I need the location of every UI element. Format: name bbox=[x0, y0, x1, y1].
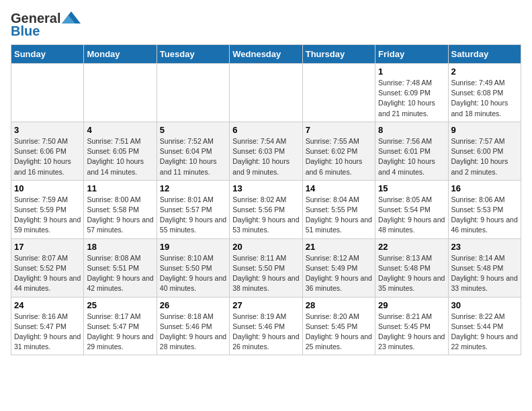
calendar-cell: 13Sunrise: 8:02 AM Sunset: 5:56 PM Dayli… bbox=[230, 180, 302, 238]
day-info: Sunrise: 8:20 AM Sunset: 5:45 PM Dayligh… bbox=[306, 312, 372, 353]
calendar-cell: 18Sunrise: 8:08 AM Sunset: 5:51 PM Dayli… bbox=[84, 238, 157, 297]
calendar-cell: 23Sunrise: 8:14 AM Sunset: 5:48 PM Dayli… bbox=[448, 238, 521, 297]
day-number: 19 bbox=[160, 242, 226, 252]
day-number: 13 bbox=[232, 183, 299, 193]
calendar-cell: 1Sunrise: 7:48 AM Sunset: 6:09 PM Daylig… bbox=[375, 64, 448, 122]
day-number: 12 bbox=[160, 183, 226, 193]
day-number: 6 bbox=[232, 125, 299, 135]
calendar-cell: 2Sunrise: 7:49 AM Sunset: 6:08 PM Daylig… bbox=[448, 64, 521, 122]
day-info: Sunrise: 8:13 AM Sunset: 5:48 PM Dayligh… bbox=[378, 253, 445, 294]
day-info: Sunrise: 8:10 AM Sunset: 5:50 PM Dayligh… bbox=[160, 253, 226, 294]
day-number: 20 bbox=[232, 242, 299, 252]
calendar-cell bbox=[230, 64, 302, 122]
logo: General Blue bbox=[11, 11, 81, 39]
day-number: 1 bbox=[378, 66, 445, 77]
day-number: 21 bbox=[306, 242, 372, 252]
calendar-cell: 27Sunrise: 8:19 AM Sunset: 5:46 PM Dayli… bbox=[230, 297, 302, 355]
day-info: Sunrise: 7:50 AM Sunset: 6:06 PM Dayligh… bbox=[14, 136, 81, 177]
weekday-header-wednesday: Wednesday bbox=[230, 45, 302, 64]
weekday-header-thursday: Thursday bbox=[302, 45, 375, 64]
calendar-cell: 30Sunrise: 8:22 AM Sunset: 5:44 PM Dayli… bbox=[448, 297, 521, 355]
calendar-cell: 24Sunrise: 8:16 AM Sunset: 5:47 PM Dayli… bbox=[11, 297, 84, 355]
calendar-cell: 6Sunrise: 7:54 AM Sunset: 6:03 PM Daylig… bbox=[230, 122, 302, 180]
calendar-week-2: 3Sunrise: 7:50 AM Sunset: 6:06 PM Daylig… bbox=[11, 122, 521, 180]
day-info: Sunrise: 8:08 AM Sunset: 5:51 PM Dayligh… bbox=[87, 253, 153, 294]
day-number: 5 bbox=[160, 125, 226, 135]
calendar-cell: 22Sunrise: 8:13 AM Sunset: 5:48 PM Dayli… bbox=[375, 238, 448, 297]
day-info: Sunrise: 7:48 AM Sunset: 6:09 PM Dayligh… bbox=[378, 78, 445, 119]
weekday-header-tuesday: Tuesday bbox=[157, 45, 229, 64]
logo-icon bbox=[62, 11, 81, 24]
day-number: 18 bbox=[87, 242, 153, 252]
day-info: Sunrise: 7:56 AM Sunset: 6:01 PM Dayligh… bbox=[378, 136, 445, 177]
day-info: Sunrise: 7:51 AM Sunset: 6:05 PM Dayligh… bbox=[87, 136, 153, 177]
calendar-cell bbox=[302, 64, 375, 122]
day-number: 14 bbox=[306, 183, 372, 193]
day-number: 30 bbox=[451, 300, 518, 310]
calendar-cell: 11Sunrise: 8:00 AM Sunset: 5:58 PM Dayli… bbox=[84, 180, 157, 238]
weekday-header-friday: Friday bbox=[375, 45, 448, 64]
day-info: Sunrise: 7:54 AM Sunset: 6:03 PM Dayligh… bbox=[232, 136, 299, 177]
logo-blue: Blue bbox=[11, 24, 40, 39]
day-number: 26 bbox=[160, 300, 226, 310]
calendar-cell: 5Sunrise: 7:52 AM Sunset: 6:04 PM Daylig… bbox=[157, 122, 229, 180]
day-info: Sunrise: 8:16 AM Sunset: 5:47 PM Dayligh… bbox=[14, 312, 81, 353]
calendar-cell: 17Sunrise: 8:07 AM Sunset: 5:52 PM Dayli… bbox=[11, 238, 84, 297]
weekday-header-monday: Monday bbox=[84, 45, 157, 64]
day-info: Sunrise: 8:06 AM Sunset: 5:53 PM Dayligh… bbox=[451, 195, 518, 236]
day-info: Sunrise: 8:21 AM Sunset: 5:45 PM Dayligh… bbox=[378, 312, 445, 353]
day-number: 15 bbox=[378, 183, 445, 193]
day-info: Sunrise: 8:07 AM Sunset: 5:52 PM Dayligh… bbox=[14, 253, 81, 294]
calendar-week-3: 10Sunrise: 7:59 AM Sunset: 5:59 PM Dayli… bbox=[11, 180, 521, 238]
calendar-cell bbox=[157, 64, 229, 122]
day-info: Sunrise: 8:12 AM Sunset: 5:49 PM Dayligh… bbox=[306, 253, 372, 294]
day-info: Sunrise: 7:49 AM Sunset: 6:08 PM Dayligh… bbox=[451, 78, 518, 119]
calendar-cell: 28Sunrise: 8:20 AM Sunset: 5:45 PM Dayli… bbox=[302, 297, 375, 355]
day-info: Sunrise: 8:14 AM Sunset: 5:48 PM Dayligh… bbox=[451, 253, 518, 294]
calendar-cell: 3Sunrise: 7:50 AM Sunset: 6:06 PM Daylig… bbox=[11, 122, 84, 180]
day-number: 10 bbox=[14, 183, 81, 193]
calendar-cell: 10Sunrise: 7:59 AM Sunset: 5:59 PM Dayli… bbox=[11, 180, 84, 238]
calendar-cell: 19Sunrise: 8:10 AM Sunset: 5:50 PM Dayli… bbox=[157, 238, 229, 297]
calendar-cell: 16Sunrise: 8:06 AM Sunset: 5:53 PM Dayli… bbox=[448, 180, 521, 238]
day-number: 11 bbox=[87, 183, 153, 193]
day-info: Sunrise: 8:04 AM Sunset: 5:55 PM Dayligh… bbox=[306, 195, 372, 236]
calendar-cell: 21Sunrise: 8:12 AM Sunset: 5:49 PM Dayli… bbox=[302, 238, 375, 297]
calendar-week-5: 24Sunrise: 8:16 AM Sunset: 5:47 PM Dayli… bbox=[11, 297, 521, 355]
day-number: 8 bbox=[378, 125, 445, 135]
calendar-cell: 25Sunrise: 8:17 AM Sunset: 5:47 PM Dayli… bbox=[84, 297, 157, 355]
calendar-cell: 12Sunrise: 8:01 AM Sunset: 5:57 PM Dayli… bbox=[157, 180, 229, 238]
calendar-cell bbox=[84, 64, 157, 122]
day-info: Sunrise: 8:00 AM Sunset: 5:58 PM Dayligh… bbox=[87, 195, 153, 236]
page-header: General Blue bbox=[11, 11, 521, 39]
day-number: 17 bbox=[14, 242, 81, 252]
calendar-cell: 26Sunrise: 8:18 AM Sunset: 5:46 PM Dayli… bbox=[157, 297, 229, 355]
weekday-header-saturday: Saturday bbox=[448, 45, 521, 64]
day-info: Sunrise: 8:05 AM Sunset: 5:54 PM Dayligh… bbox=[378, 195, 445, 236]
day-info: Sunrise: 8:11 AM Sunset: 5:50 PM Dayligh… bbox=[232, 253, 299, 294]
day-number: 28 bbox=[306, 300, 372, 310]
day-number: 16 bbox=[451, 183, 518, 193]
day-number: 24 bbox=[14, 300, 81, 310]
calendar-cell: 20Sunrise: 8:11 AM Sunset: 5:50 PM Dayli… bbox=[230, 238, 302, 297]
day-info: Sunrise: 8:19 AM Sunset: 5:46 PM Dayligh… bbox=[232, 312, 299, 353]
day-number: 9 bbox=[451, 125, 518, 135]
calendar-week-1: 1Sunrise: 7:48 AM Sunset: 6:09 PM Daylig… bbox=[11, 64, 521, 122]
day-number: 22 bbox=[378, 242, 445, 252]
day-info: Sunrise: 8:02 AM Sunset: 5:56 PM Dayligh… bbox=[232, 195, 299, 236]
day-info: Sunrise: 7:55 AM Sunset: 6:02 PM Dayligh… bbox=[306, 136, 372, 177]
calendar-cell: 8Sunrise: 7:56 AM Sunset: 6:01 PM Daylig… bbox=[375, 122, 448, 180]
day-number: 7 bbox=[306, 125, 372, 135]
day-number: 4 bbox=[87, 125, 153, 135]
calendar-cell: 9Sunrise: 7:57 AM Sunset: 6:00 PM Daylig… bbox=[448, 122, 521, 180]
day-info: Sunrise: 7:59 AM Sunset: 5:59 PM Dayligh… bbox=[14, 195, 81, 236]
weekday-header-sunday: Sunday bbox=[11, 45, 84, 64]
calendar-cell: 15Sunrise: 8:05 AM Sunset: 5:54 PM Dayli… bbox=[375, 180, 448, 238]
calendar-cell bbox=[11, 64, 84, 122]
calendar-cell: 7Sunrise: 7:55 AM Sunset: 6:02 PM Daylig… bbox=[302, 122, 375, 180]
calendar-cell: 4Sunrise: 7:51 AM Sunset: 6:05 PM Daylig… bbox=[84, 122, 157, 180]
day-number: 25 bbox=[87, 300, 153, 310]
day-number: 23 bbox=[451, 242, 518, 252]
day-number: 29 bbox=[378, 300, 445, 310]
day-info: Sunrise: 8:18 AM Sunset: 5:46 PM Dayligh… bbox=[160, 312, 226, 353]
